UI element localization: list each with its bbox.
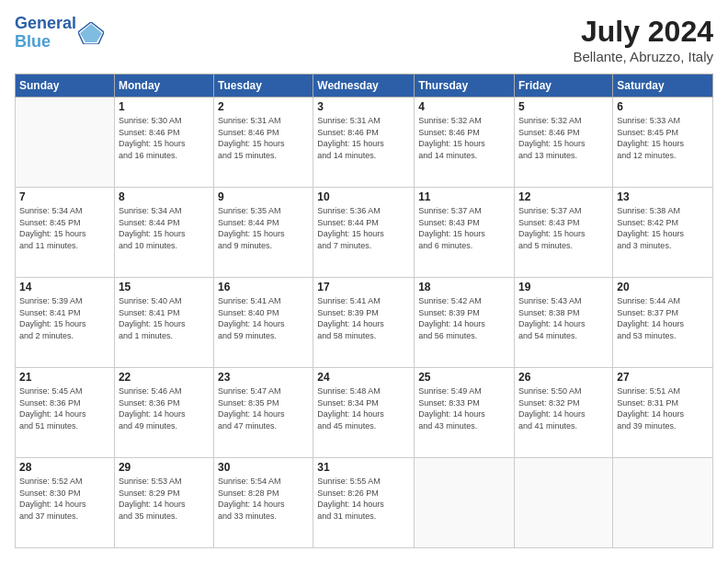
logo: GeneralBlue [15,15,104,52]
day-number: 2 [218,100,309,113]
day-info: Sunrise: 5:53 AMSunset: 8:29 PMDaylight:… [119,476,210,522]
weekday-header-saturday: Saturday [613,75,713,98]
calendar-cell: 18Sunrise: 5:42 AMSunset: 8:39 PMDayligh… [415,278,515,368]
day-info: Sunrise: 5:43 AMSunset: 8:38 PMDaylight:… [518,295,609,341]
day-info: Sunrise: 5:45 AMSunset: 8:36 PMDaylight:… [19,385,110,431]
day-number: 12 [518,190,609,203]
logo-blue: Blue [15,32,51,51]
calendar-cell: 21Sunrise: 5:45 AMSunset: 8:36 PMDayligh… [16,368,115,458]
calendar-cell: 17Sunrise: 5:41 AMSunset: 8:39 PMDayligh… [313,278,415,368]
day-info: Sunrise: 5:31 AMSunset: 8:46 PMDaylight:… [317,115,410,161]
day-info: Sunrise: 5:34 AMSunset: 8:45 PMDaylight:… [19,205,110,251]
calendar-table: SundayMondayTuesdayWednesdayThursdayFrid… [15,74,713,548]
day-info: Sunrise: 5:33 AMSunset: 8:45 PMDaylight:… [617,115,709,161]
calendar-cell [415,458,515,548]
day-info: Sunrise: 5:51 AMSunset: 8:31 PMDaylight:… [617,385,709,431]
calendar-cell: 20Sunrise: 5:44 AMSunset: 8:37 PMDayligh… [613,278,713,368]
weekday-header-sunday: Sunday [16,75,115,98]
calendar-cell: 11Sunrise: 5:37 AMSunset: 8:43 PMDayligh… [415,188,515,278]
day-info: Sunrise: 5:47 AMSunset: 8:35 PMDaylight:… [218,385,309,431]
day-number: 16 [218,281,309,293]
weekday-header-tuesday: Tuesday [214,75,313,98]
calendar-cell: 2Sunrise: 5:31 AMSunset: 8:46 PMDaylight… [214,98,313,188]
day-info: Sunrise: 5:32 AMSunset: 8:46 PMDaylight:… [418,115,510,161]
day-number: 14 [19,281,110,293]
calendar-cell: 28Sunrise: 5:52 AMSunset: 8:30 PMDayligh… [16,458,115,548]
day-info: Sunrise: 5:44 AMSunset: 8:37 PMDaylight:… [617,295,709,341]
calendar-cell: 19Sunrise: 5:43 AMSunset: 8:38 PMDayligh… [515,278,613,368]
calendar-cell: 31Sunrise: 5:55 AMSunset: 8:26 PMDayligh… [313,458,415,548]
subtitle: Bellante, Abruzzo, Italy [573,49,713,64]
calendar-cell [515,458,613,548]
main-title: July 2024 [573,15,713,49]
day-number: 1 [119,100,210,113]
day-number: 25 [418,371,510,384]
weekday-header-wednesday: Wednesday [313,75,415,98]
day-info: Sunrise: 5:30 AMSunset: 8:46 PMDaylight:… [119,115,210,161]
day-info: Sunrise: 5:35 AMSunset: 8:44 PMDaylight:… [218,205,309,251]
calendar-cell: 4Sunrise: 5:32 AMSunset: 8:46 PMDaylight… [415,98,515,188]
day-info: Sunrise: 5:39 AMSunset: 8:41 PMDaylight:… [19,295,110,341]
day-number: 24 [317,371,410,384]
day-info: Sunrise: 5:37 AMSunset: 8:43 PMDaylight:… [518,205,609,251]
day-number: 20 [617,281,709,293]
calendar-cell: 23Sunrise: 5:47 AMSunset: 8:35 PMDayligh… [214,368,313,458]
day-info: Sunrise: 5:41 AMSunset: 8:40 PMDaylight:… [218,295,309,341]
day-info: Sunrise: 5:49 AMSunset: 8:33 PMDaylight:… [418,385,510,431]
day-number: 29 [119,461,210,474]
day-info: Sunrise: 5:32 AMSunset: 8:46 PMDaylight:… [518,115,609,161]
calendar-cell: 3Sunrise: 5:31 AMSunset: 8:46 PMDaylight… [313,98,415,188]
day-info: Sunrise: 5:37 AMSunset: 8:43 PMDaylight:… [418,205,510,251]
calendar-cell: 13Sunrise: 5:38 AMSunset: 8:42 PMDayligh… [613,188,713,278]
svg-marker-0 [80,24,102,42]
day-info: Sunrise: 5:41 AMSunset: 8:39 PMDaylight:… [317,295,410,341]
logo-icon [78,22,104,44]
day-info: Sunrise: 5:48 AMSunset: 8:34 PMDaylight:… [317,385,410,431]
day-info: Sunrise: 5:34 AMSunset: 8:44 PMDaylight:… [119,205,210,251]
calendar-cell: 15Sunrise: 5:40 AMSunset: 8:41 PMDayligh… [114,278,213,368]
calendar-cell: 8Sunrise: 5:34 AMSunset: 8:44 PMDaylight… [114,188,213,278]
day-info: Sunrise: 5:55 AMSunset: 8:26 PMDaylight:… [317,476,410,522]
calendar-cell: 7Sunrise: 5:34 AMSunset: 8:45 PMDaylight… [16,188,115,278]
header: GeneralBlue July 2024 Bellante, Abruzzo,… [15,15,713,64]
calendar-cell: 5Sunrise: 5:32 AMSunset: 8:46 PMDaylight… [515,98,613,188]
day-number: 21 [19,371,110,384]
day-number: 15 [119,281,210,293]
day-number: 5 [518,100,609,113]
day-info: Sunrise: 5:36 AMSunset: 8:44 PMDaylight:… [317,205,410,251]
day-number: 28 [19,461,110,474]
day-info: Sunrise: 5:46 AMSunset: 8:36 PMDaylight:… [119,385,210,431]
calendar-week-0: 1Sunrise: 5:30 AMSunset: 8:46 PMDaylight… [16,98,713,188]
calendar-week-2: 14Sunrise: 5:39 AMSunset: 8:41 PMDayligh… [16,278,713,368]
title-section: July 2024 Bellante, Abruzzo, Italy [573,15,713,64]
calendar-cell: 12Sunrise: 5:37 AMSunset: 8:43 PMDayligh… [515,188,613,278]
calendar-cell [16,98,115,188]
calendar-cell: 16Sunrise: 5:41 AMSunset: 8:40 PMDayligh… [214,278,313,368]
calendar-cell [613,458,713,548]
day-number: 13 [617,190,709,203]
day-number: 23 [218,371,309,384]
calendar-week-3: 21Sunrise: 5:45 AMSunset: 8:36 PMDayligh… [16,368,713,458]
calendar-cell: 9Sunrise: 5:35 AMSunset: 8:44 PMDaylight… [214,188,313,278]
calendar-cell: 22Sunrise: 5:46 AMSunset: 8:36 PMDayligh… [114,368,213,458]
logo-text: GeneralBlue [15,15,76,52]
day-number: 17 [317,281,410,293]
day-number: 31 [317,461,410,474]
day-number: 30 [218,461,309,474]
calendar-cell: 10Sunrise: 5:36 AMSunset: 8:44 PMDayligh… [313,188,415,278]
calendar-cell: 14Sunrise: 5:39 AMSunset: 8:41 PMDayligh… [16,278,115,368]
day-info: Sunrise: 5:54 AMSunset: 8:28 PMDaylight:… [218,476,309,522]
day-info: Sunrise: 5:38 AMSunset: 8:42 PMDaylight:… [617,205,709,251]
weekday-header-thursday: Thursday [415,75,515,98]
day-number: 26 [518,371,609,384]
day-info: Sunrise: 5:52 AMSunset: 8:30 PMDaylight:… [19,476,110,522]
day-number: 19 [518,281,609,293]
calendar-cell: 26Sunrise: 5:50 AMSunset: 8:32 PMDayligh… [515,368,613,458]
day-number: 4 [418,100,510,113]
day-number: 10 [317,190,410,203]
day-number: 18 [418,281,510,293]
calendar-cell: 24Sunrise: 5:48 AMSunset: 8:34 PMDayligh… [313,368,415,458]
day-number: 11 [418,190,510,203]
day-number: 9 [218,190,309,203]
calendar-cell: 6Sunrise: 5:33 AMSunset: 8:45 PMDaylight… [613,98,713,188]
